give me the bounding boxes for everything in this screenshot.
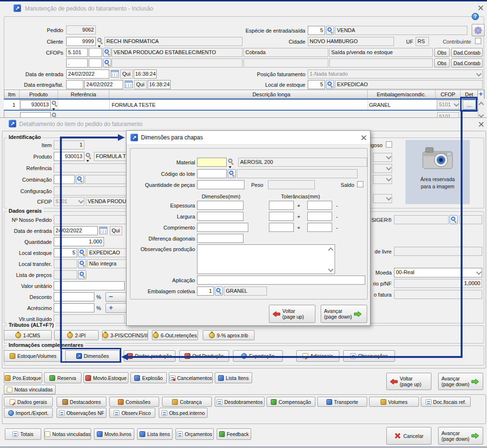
- data-entrega-field[interactable]: 24/02/2022: [84, 80, 123, 89]
- grid-col-det[interactable]: Det: [461, 90, 477, 98]
- close-icon[interactable]: [478, 121, 484, 127]
- tab-exportacao[interactable]: Exportação: [233, 350, 283, 362]
- data-entrega-pre-field[interactable]: [66, 80, 83, 89]
- saldo-checkbox[interactable]: [357, 181, 363, 187]
- lista-itens-bottom-button[interactable]: Lista itens: [137, 428, 173, 440]
- siger-search-button[interactable]: [450, 215, 458, 224]
- obs1-button[interactable]: Obs: [434, 48, 450, 57]
- material-dropdown-arrow-icon[interactable]: [229, 166, 232, 168]
- material-field[interactable]: [197, 158, 227, 167]
- dadcontab1-button[interactable]: Dad.Contab: [451, 48, 483, 57]
- cliente-code-field[interactable]: 9999: [66, 37, 96, 46]
- valor-unitario-field[interactable]: [54, 281, 125, 290]
- comprimento-tol-minus-field[interactable]: [307, 223, 332, 232]
- detail-local-code-field[interactable]: 5: [54, 248, 77, 257]
- lista-itens-button[interactable]: Lista Itens: [215, 372, 252, 383]
- obs-producao-textarea[interactable]: [197, 244, 335, 274]
- grid-col-cfop[interactable]: CFOP: [436, 90, 461, 98]
- tab-obs-ped-interno[interactable]: Obs.ped.interno: [159, 408, 208, 418]
- dialog-avancar-button[interactable]: Avançar(page down): [321, 305, 367, 323]
- grid-col-referencia[interactable]: Referência: [58, 90, 110, 98]
- cfop1-code-field[interactable]: 5.101: [66, 48, 88, 57]
- produto-search-icon[interactable]: [86, 153, 93, 160]
- desconto-field[interactable]: [54, 292, 94, 301]
- grid-col-descricao[interactable]: Descrição longa: [109, 90, 367, 98]
- row1-produto-field[interactable]: 930013: [20, 100, 51, 109]
- help-icon[interactable]: [472, 13, 479, 20]
- lote-field[interactable]: [197, 169, 227, 178]
- diagonais-field[interactable]: [197, 234, 244, 243]
- settings-button[interactable]: [472, 24, 485, 36]
- notas-vinculadas-button[interactable]: Notas vinculadas: [4, 385, 56, 394]
- material-search-icon[interactable]: [228, 159, 235, 165]
- cliente-dropdown-arrow-icon[interactable]: [98, 46, 101, 47]
- totais-button[interactable]: Totais: [5, 428, 41, 440]
- add-row-icon[interactable]: [479, 90, 483, 98]
- largura-field[interactable]: [197, 212, 244, 221]
- lista-precos-search-button[interactable]: [78, 270, 86, 279]
- tab-out-retencoes[interactable]: 6-Out.retenções: [152, 330, 198, 340]
- embalagem-code-field[interactable]: 1: [197, 287, 214, 296]
- tab-destacadores[interactable]: Destacadores: [57, 397, 106, 407]
- cliente-search-icon[interactable]: [97, 38, 104, 45]
- close-icon[interactable]: [477, 5, 484, 11]
- close-icon[interactable]: [360, 135, 367, 141]
- espessura-tol-plus-field[interactable]: [269, 201, 294, 210]
- largura-tol-plus-field[interactable]: [269, 212, 294, 221]
- quantidade-field[interactable]: 1,000: [54, 237, 104, 246]
- dadcontab2-button[interactable]: Dad.Contab: [451, 58, 483, 68]
- tab-cobranca[interactable]: Cobrança: [162, 397, 212, 407]
- combinacao-field[interactable]: [54, 175, 75, 184]
- obs2-button[interactable]: Obs: [434, 58, 450, 68]
- row1-cfop-dropdown[interactable]: 5101: [437, 100, 459, 109]
- tab-ord-producao[interactable]: Ord.Produção: [179, 350, 229, 362]
- tab-observ-fisco[interactable]: Observ.Fisco: [109, 408, 155, 418]
- grid-col-produto[interactable]: Produto: [20, 90, 58, 98]
- local-estoque-code-field[interactable]: 5: [308, 80, 325, 89]
- data-entrega-time-field[interactable]: 16:38:24: [148, 80, 171, 89]
- movto-livros-button[interactable]: Movto.livros: [94, 428, 134, 440]
- combinacao-search-button[interactable]: [76, 175, 84, 184]
- embalagem-search-button[interactable]: [215, 287, 223, 296]
- calendar-icon[interactable]: [99, 227, 107, 234]
- lote-search-button[interactable]: [228, 169, 236, 178]
- cfop1-search-button[interactable]: [103, 48, 111, 57]
- moeda-dropdown[interactable]: 00-Real: [394, 268, 482, 277]
- tab-observacoes[interactable]: Observações: [343, 350, 395, 362]
- reserva-button[interactable]: Reserva: [44, 372, 81, 383]
- tab-adicionais[interactable]: Adicionais: [296, 350, 339, 362]
- tab-import-export[interactable]: Import./Export.: [4, 408, 53, 418]
- cfop2-code-field[interactable]: .: [66, 58, 88, 68]
- espessura-tol-minus-field[interactable]: [307, 201, 332, 210]
- local-estoque-search-button[interactable]: [326, 80, 334, 89]
- cancelamentos-button[interactable]: Cancelamentos: [169, 372, 213, 383]
- cfop2-search-button[interactable]: [103, 58, 111, 68]
- especie-code-field[interactable]: 5: [308, 26, 325, 35]
- tab-volumes[interactable]: Volumes: [369, 397, 419, 407]
- especie-search-button[interactable]: [326, 26, 334, 35]
- avancar-button[interactable]: Avançar(page down): [438, 373, 483, 390]
- aplicacao-field[interactable]: [197, 276, 365, 285]
- largura-tol-minus-field[interactable]: [307, 212, 332, 221]
- tab-estoque-volumes[interactable]: Estoque/Volumes: [4, 350, 62, 362]
- tab-aprox-trib[interactable]: 9-% aprox.trib: [203, 330, 255, 340]
- tab-doc-fiscais[interactable]: Doc.fiscais ref.: [421, 397, 471, 407]
- calendar-icon[interactable]: [125, 80, 133, 88]
- detail-local-search-button[interactable]: [78, 248, 86, 257]
- tab-observacoes-nf[interactable]: Observações NF: [57, 408, 106, 418]
- voltar-button[interactable]: Voltar(page up): [386, 373, 431, 390]
- grid-col-itm[interactable]: Itm: [4, 90, 20, 98]
- tab-dimensoes[interactable]: Dimensões: [65, 350, 120, 362]
- row1-produto-dropdown-arrow-icon[interactable]: [52, 108, 55, 110]
- orcamentos-button[interactable]: Orçamentos: [175, 428, 214, 440]
- calendar-icon[interactable]: [111, 70, 119, 78]
- movto-estoque-button[interactable]: Movto.Estoque: [83, 372, 128, 383]
- acrescimo-field[interactable]: [54, 303, 94, 312]
- contribuinte-checkbox[interactable]: [475, 38, 481, 44]
- data-entrada-time-field[interactable]: 16:38:24: [134, 69, 157, 79]
- tab-comissoes[interactable]: Comissões: [109, 397, 159, 407]
- produto-dropdown-arrow-icon[interactable]: [86, 160, 89, 162]
- tab-dados-producao[interactable]: Dados produção: [124, 350, 175, 362]
- avancar-bottom-button[interactable]: Avançar(page down): [438, 427, 483, 445]
- grid-col-embalagem[interactable]: Embalagem/acondic.: [368, 90, 436, 98]
